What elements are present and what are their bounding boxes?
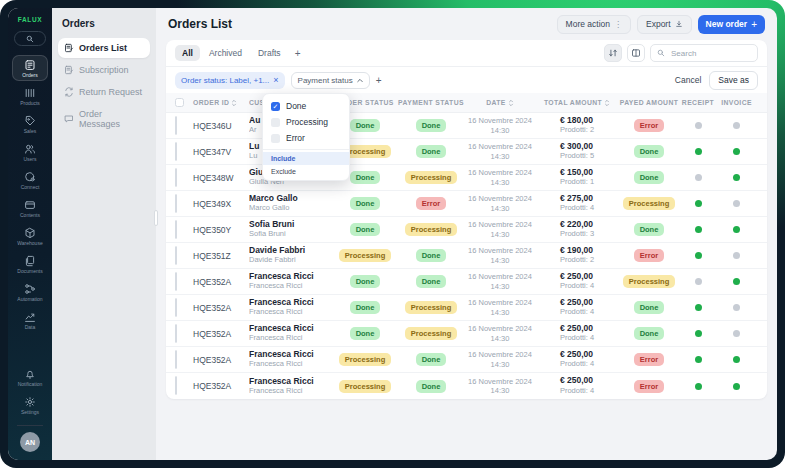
- row-checkbox[interactable]: [175, 142, 177, 161]
- order-status-filter-chip[interactable]: Order status: Label, +1... ×: [175, 72, 285, 89]
- invoice-dot: [733, 122, 740, 129]
- subnav-item-order-messages[interactable]: Order Messages: [58, 104, 150, 134]
- order-status-badge: Done: [350, 119, 381, 132]
- dropdown-option-processing[interactable]: Processing: [263, 114, 349, 130]
- sidebar-collapse-handle[interactable]: [154, 210, 158, 226]
- sidebar-item-orders[interactable]: Orders: [12, 55, 48, 81]
- tab-archived[interactable]: Archived: [202, 45, 249, 61]
- column-header-date[interactable]: Date: [465, 99, 535, 107]
- search-input[interactable]: [669, 48, 751, 59]
- chevron-up-icon: [357, 78, 363, 83]
- checkbox[interactable]: [271, 118, 280, 127]
- row-checkbox[interactable]: [175, 324, 177, 343]
- row-checkbox[interactable]: [175, 298, 177, 317]
- contents-icon: [24, 199, 36, 211]
- sort-icon: [508, 99, 514, 107]
- sidebar-item-documents[interactable]: Documents: [12, 251, 48, 277]
- payment-status-filter-chip[interactable]: Payment status: [291, 72, 370, 89]
- order-id-cell: HQE352A: [193, 381, 249, 391]
- table-row[interactable]: HQE347VLuLuProcessingDone16 Novembre 202…: [166, 139, 767, 165]
- columns-button[interactable]: [627, 44, 645, 62]
- subnav-item-subscription[interactable]: Subscription: [58, 60, 150, 80]
- row-checkbox[interactable]: [175, 168, 177, 187]
- checkbox[interactable]: [271, 134, 280, 143]
- tab-drafts[interactable]: Drafts: [251, 45, 288, 61]
- save-as-button[interactable]: Save as: [709, 71, 758, 90]
- sidebar-item-sales[interactable]: Sales: [12, 111, 48, 137]
- table-row[interactable]: HQE352AFrancesca RicciFrancesca RicciDon…: [166, 269, 767, 295]
- dropdown-option-error[interactable]: Error: [263, 130, 349, 146]
- sidebar-item-settings[interactable]: Settings: [12, 392, 48, 418]
- row-checkbox[interactable]: [175, 194, 177, 213]
- order-id-cell: HQE349X: [193, 199, 249, 209]
- sidebar-item-data[interactable]: Data: [12, 307, 48, 333]
- customer-cell: Francesca RicciFrancesca Ricci: [249, 324, 333, 342]
- sidebar-item-label: Documents: [17, 268, 42, 274]
- sidebar-item-label: Data: [25, 324, 36, 330]
- sidebar-item-connect[interactable]: Connect: [12, 167, 48, 193]
- column-header-order-id[interactable]: Order ID: [193, 99, 249, 107]
- order-id-cell: HQE352A: [193, 355, 249, 365]
- sidebar-item-warehouse[interactable]: Warehouse: [12, 223, 48, 249]
- close-icon[interactable]: ×: [273, 75, 278, 85]
- table-row[interactable]: HQE350YSofia BruniSofia BruniDoneProcess…: [166, 217, 767, 243]
- table-row[interactable]: HQE349XMarco GalloMarco GalloDoneError16…: [166, 191, 767, 217]
- table-row[interactable]: HQE348WGiulia NeriGiulia NeriDoneProcess…: [166, 165, 767, 191]
- add-filter-button[interactable]: +: [376, 75, 382, 86]
- include-option[interactable]: Include: [263, 152, 349, 165]
- order-id-cell: HQE351Z: [193, 251, 249, 261]
- receipt-dot: [695, 278, 702, 285]
- select-all-checkbox[interactable]: [175, 98, 184, 107]
- tab-all[interactable]: All: [175, 45, 200, 61]
- invoice-dot: [733, 200, 740, 207]
- row-checkbox[interactable]: [175, 350, 177, 369]
- table-row[interactable]: HQE352AFrancesca RicciFrancesca RicciDon…: [166, 295, 767, 321]
- payment-status-badge: Processing: [405, 223, 457, 236]
- invoice-dot: [733, 383, 740, 390]
- orders-icon: [24, 59, 36, 71]
- exclude-option[interactable]: Exclude: [263, 165, 349, 178]
- payment-status-badge: Done: [416, 249, 447, 262]
- sidebar-item-notification[interactable]: Notification: [12, 364, 48, 390]
- row-checkbox[interactable]: [175, 116, 177, 135]
- order-id-cell: HQE352A: [193, 303, 249, 313]
- cancel-button[interactable]: Cancel: [675, 75, 701, 85]
- sidebar-item-automation[interactable]: Automation: [12, 279, 48, 305]
- sidebar-item-contents[interactable]: Contents: [12, 195, 48, 221]
- row-checkbox[interactable]: [175, 272, 177, 291]
- export-button[interactable]: Export: [637, 15, 692, 34]
- sidebar-search-button[interactable]: [14, 31, 46, 46]
- users-icon: [24, 143, 36, 155]
- sort-adjust-button[interactable]: [604, 44, 622, 62]
- search-icon: [26, 35, 34, 43]
- column-header-total-amount[interactable]: Total Amount: [535, 99, 619, 107]
- dropdown-option-done[interactable]: ✓Done: [263, 98, 349, 114]
- subnav-item-orders-list[interactable]: Orders List: [58, 38, 150, 58]
- payed-amount-badge: Error: [634, 249, 664, 262]
- row-checkbox[interactable]: [175, 220, 177, 239]
- checkbox[interactable]: ✓: [271, 102, 280, 111]
- new-order-button[interactable]: New order +: [698, 15, 765, 34]
- receipt-dot: [695, 304, 702, 311]
- user-avatar[interactable]: AN: [20, 432, 40, 452]
- sidebar-item-products[interactable]: Products: [12, 83, 48, 109]
- table-row[interactable]: HQE352AFrancesca RicciFrancesca RicciDon…: [166, 321, 767, 347]
- main-sidebar: FALUX OrdersProductsSalesUsersConnectCon…: [8, 8, 52, 460]
- add-tab-button[interactable]: +: [290, 48, 306, 59]
- table-row[interactable]: HQE351ZDavide FabbriDavide FabbriProcess…: [166, 243, 767, 269]
- table-row[interactable]: HQE352AFrancesca RicciFrancesca RicciPro…: [166, 373, 767, 399]
- table-row[interactable]: HQE346UAuArDoneDone16 Novembre 202414:30…: [166, 113, 767, 139]
- subnav-item-return-request[interactable]: Return Request: [58, 82, 150, 102]
- row-checkbox[interactable]: [175, 376, 177, 395]
- subnav-item-label: Subscription: [79, 65, 129, 75]
- table-row[interactable]: HQE352AFrancesca RicciFrancesca RicciPro…: [166, 347, 767, 373]
- sidebar-item-users[interactable]: Users: [12, 139, 48, 165]
- total-amount-cell: € 275,00Prodotti: 4: [535, 193, 619, 214]
- page-header: Orders List More action ⋮ Export New ord…: [156, 8, 777, 40]
- more-action-button[interactable]: More action ⋮: [557, 15, 631, 34]
- orderfile-icon: [64, 43, 74, 53]
- payment-status-badge: Done: [416, 353, 447, 366]
- row-checkbox[interactable]: [175, 246, 177, 265]
- date-cell: 16 Novembre 202414:30: [465, 298, 535, 317]
- total-amount-cell: € 250,00Prodotti: 4: [535, 375, 619, 396]
